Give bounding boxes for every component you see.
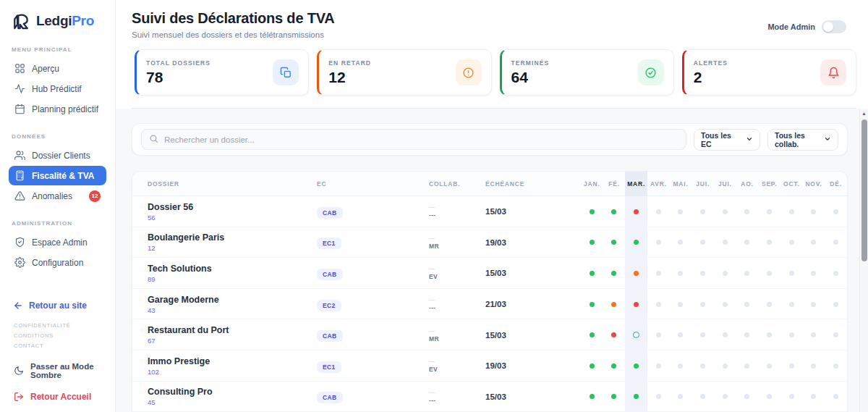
collab-manager: — [429,266,485,272]
month-status-cell [803,289,825,320]
month-status-cell [692,196,714,227]
due-date: 19/03 [485,238,581,247]
sidebar-item-anomalies[interactable]: Anomalies 12 [9,186,106,206]
month-status-cell [625,382,647,412]
month-header-8: AO. [736,172,759,196]
collab-filter-dropdown[interactable]: Tous les collab. [767,129,838,151]
collab-manager: — [429,297,485,303]
status-dot-done [590,394,595,399]
status-dot-pending [656,209,661,214]
month-status-cell [692,227,714,258]
gear-icon [14,257,25,268]
status-dot-pending [833,363,838,369]
sidebar-item-planning-pr-dictif[interactable]: Planning prédictif [9,99,106,119]
legal-link-conditions[interactable]: CONDITIONS [14,332,106,339]
month-status-cell [625,258,647,289]
vertical-scrollbar[interactable]: ▲ [859,109,868,412]
ec-badge: CAB [317,392,343,403]
stat-card: ALERTES 2 [682,49,856,96]
search-input[interactable] [164,135,678,144]
month-status-cell [736,319,759,350]
ec-badge: CAB [317,330,343,342]
legal-link-confidentialite[interactable]: CONFIDENTIALITÉ [14,322,106,329]
moon-icon [14,366,24,376]
status-dot-done [590,302,595,307]
table-row[interactable]: Garage Moderne 43 EC2 — --- 21/03 [132,289,847,320]
status-dot-pending [767,302,772,307]
back-to-site-link[interactable]: Retour au site [9,298,106,314]
month-status-cell [736,196,759,227]
status-dot-done [590,240,595,245]
month-status-cell [647,258,670,289]
month-status-cell [647,196,670,227]
month-status-cell [670,196,692,227]
ec-badge: EC1 [317,361,341,373]
status-dot-done [611,240,616,245]
search-box[interactable] [141,129,686,150]
month-status-cell [581,350,603,382]
month-status-cell [736,382,759,412]
month-status-cell [603,350,626,382]
arrow-left-icon [13,300,23,311]
return-home-button[interactable]: Retour Accueil [14,392,106,402]
stat-value: 78 [146,69,210,86]
status-dot-pending [833,271,838,276]
collab-manager: — [429,358,485,364]
month-status-cell [780,319,803,350]
dossier-code: 56 [148,214,317,222]
sidebar-item-fiscalit-tva[interactable]: Fiscalité & TVA [9,166,106,185]
table-header: DOSSIER EC COLLAB. ÉCHÉANCE JAN.FÉ.MAR.A… [132,172,847,196]
scroll-region: Tous les EC Tous les collab. DOSSIER EC [116,109,868,412]
status-dot-pending [767,209,772,214]
status-dot-late [611,332,616,337]
stat-cards-row: TOTAL DOSSIERS 78 EN RETARD 12 TERMINÉS … [135,49,856,96]
month-status-cell [670,350,692,382]
table-row[interactable]: Boulangerie Paris 12 EC1 — MR 19/03 [132,227,847,258]
month-status-cell [581,196,603,227]
table-row[interactable]: Dossier 56 56 CAB — --- 15/03 [132,196,847,227]
table-row[interactable]: Immo Prestige 102 EC1 — EV 19/03 [132,350,847,382]
status-dot-pending [744,271,749,276]
dossier-name: Immo Prestige [148,356,317,366]
month-status-cell [736,289,759,320]
month-header-9: SEP. [758,172,780,196]
scrollbar-up-arrow[interactable]: ▲ [860,109,868,116]
stat-label: TERMINÉS [511,59,550,67]
dossier-name: Consulting Pro [148,387,317,397]
month-status-cell [825,227,847,258]
month-header-1: JAN. [581,172,603,196]
table-row[interactable]: Restaurant du Port 67 CAB — MR 15/03 [132,319,847,350]
logout-icon [14,392,24,402]
status-dot-pending [744,394,749,399]
sidebar-nav: MENU PRINCIPAL Aperçu Hub Prédictif Plan… [9,32,106,273]
status-dot-pending [833,302,838,307]
sidebar-item-aper-u[interactable]: Aperçu [9,59,106,78]
sidebar-item-label: Configuration [32,258,83,268]
ec-filter-dropdown[interactable]: Tous les EC [694,129,760,151]
table-row[interactable]: Consulting Pro 45 CAB — --- 15/03 [132,382,847,412]
activity-icon [14,83,25,94]
alert-circle-icon [456,59,482,85]
dark-mode-button[interactable]: Passer au Mode Sombre [14,362,106,379]
admin-mode-label: Mode Admin [767,22,815,31]
month-status-cell [758,319,780,350]
table-row[interactable]: Tech Solutions 89 CAB — EV 15/03 [132,258,847,289]
admin-mode-toggle[interactable] [822,20,846,33]
sidebar-item-configuration[interactable]: Configuration [9,253,106,272]
col-echeance: ÉCHÉANCE [485,180,581,188]
month-status-cell [670,258,692,289]
month-status-cell [758,289,780,320]
month-status-cell [581,227,603,258]
month-status-cell [581,382,603,412]
sidebar-item-hub-pr-dictif[interactable]: Hub Prédictif [9,79,106,98]
sidebar-item-dossier-clients[interactable]: Dossier Clients [9,146,106,165]
status-dot-done [590,332,595,337]
month-status-cell [825,196,847,227]
legal-link-contact[interactable]: CONTACT [14,342,106,349]
app-window: LedgiPro MENU PRINCIPAL Aperçu Hub Prédi… [0,0,868,412]
scrollbar-thumb[interactable] [861,119,867,261]
status-dot-done [590,363,595,369]
brand-logo[interactable]: LedgiPro [9,10,106,32]
status-dot-pending [789,363,794,369]
sidebar-item-espace-admin[interactable]: Espace Admin [9,232,106,252]
